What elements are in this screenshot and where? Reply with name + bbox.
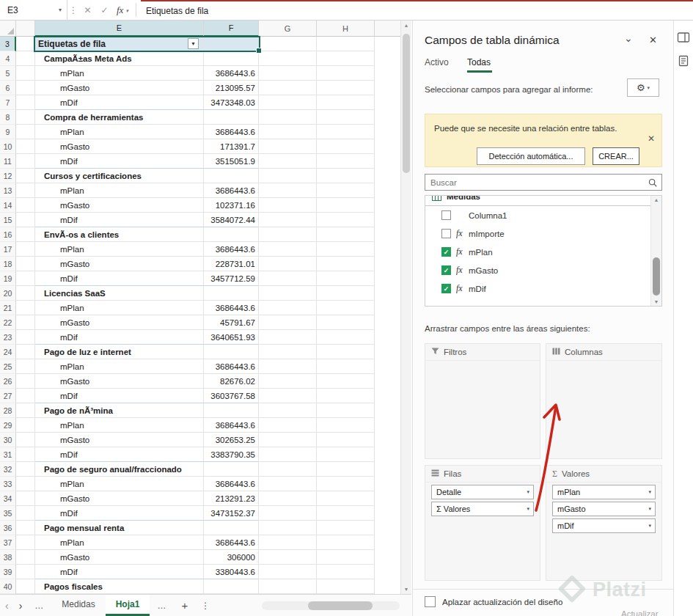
cell-F3[interactable] bbox=[204, 37, 259, 51]
cell-F15[interactable]: 3584072.44 bbox=[204, 213, 259, 227]
cell-D27[interactable] bbox=[16, 389, 35, 403]
tab-todas[interactable]: Todas bbox=[467, 57, 491, 67]
cell-D16[interactable] bbox=[16, 227, 35, 242]
cell-E34[interactable]: mGasto bbox=[35, 491, 204, 506]
cell-G12[interactable] bbox=[259, 169, 317, 183]
cell-E40[interactable]: Pagos fiscales bbox=[35, 579, 204, 594]
cell-H3[interactable] bbox=[317, 37, 375, 51]
cell-E7[interactable]: mDif bbox=[35, 95, 204, 110]
row-number-20[interactable]: 20 bbox=[0, 286, 16, 301]
cell-H33[interactable] bbox=[317, 477, 375, 491]
row-number-40[interactable]: 40 bbox=[0, 579, 16, 594]
row-number-9[interactable]: 9 bbox=[0, 125, 16, 139]
cell-F7[interactable]: 3473348.03 bbox=[204, 95, 259, 110]
column-header-g[interactable]: G bbox=[259, 21, 317, 37]
cell-D35[interactable] bbox=[16, 506, 35, 521]
cell-H34[interactable] bbox=[317, 491, 375, 506]
cell-H22[interactable] bbox=[317, 315, 375, 330]
row-number-18[interactable]: 18 bbox=[0, 257, 16, 271]
cell-D25[interactable] bbox=[16, 359, 35, 374]
cell-D11[interactable] bbox=[16, 154, 35, 169]
cell-E28[interactable]: Pago de nÃ³mina bbox=[35, 403, 204, 418]
cell-H6[interactable] bbox=[317, 81, 375, 95]
cell-E19[interactable]: mDif bbox=[35, 271, 204, 286]
cell-F37[interactable]: 3686443.6 bbox=[204, 535, 259, 550]
cell-F16[interactable] bbox=[204, 227, 259, 242]
auto-detect-button[interactable]: Detección automática... bbox=[477, 147, 585, 165]
cell-E26[interactable]: mGasto bbox=[35, 374, 204, 389]
cell-F31[interactable]: 3383790.35 bbox=[204, 447, 259, 462]
cell-G18[interactable] bbox=[259, 257, 317, 271]
notebook-icon[interactable] bbox=[677, 54, 690, 67]
cell-G17[interactable] bbox=[259, 242, 317, 257]
cell-H17[interactable] bbox=[317, 242, 375, 257]
row-number-27[interactable]: 27 bbox=[0, 389, 16, 403]
field-item-mplan[interactable]: ✓fxmPlan bbox=[425, 243, 650, 261]
cell-G15[interactable] bbox=[259, 213, 317, 227]
cell-D31[interactable] bbox=[16, 447, 35, 462]
cell-E11[interactable]: mDif bbox=[35, 154, 204, 169]
cell-F30[interactable]: 302653.25 bbox=[204, 433, 259, 447]
cell-H28[interactable] bbox=[317, 403, 375, 418]
cell-H18[interactable] bbox=[317, 257, 375, 271]
cell-E32[interactable]: Pago de seguro anual/fraccionado bbox=[35, 462, 204, 477]
cell-F28[interactable] bbox=[204, 403, 259, 418]
cell-D4[interactable] bbox=[16, 51, 35, 66]
cell-E8[interactable]: Compra de herramientas bbox=[35, 110, 204, 125]
cell-E16[interactable]: EnvÃ-os a clientes bbox=[35, 227, 204, 242]
column-header-h[interactable]: H bbox=[317, 21, 375, 37]
cell-H31[interactable] bbox=[317, 447, 375, 462]
enter-icon[interactable]: ✓ bbox=[96, 0, 113, 20]
cell-D38[interactable] bbox=[16, 550, 35, 565]
cell-G31[interactable] bbox=[259, 447, 317, 462]
cell-D28[interactable] bbox=[16, 403, 35, 418]
cell-D30[interactable] bbox=[16, 433, 35, 447]
cell-F27[interactable]: 3603767.58 bbox=[204, 389, 259, 403]
row-number-22[interactable]: 22 bbox=[0, 315, 16, 330]
cell-H35[interactable] bbox=[317, 506, 375, 521]
cell-E15[interactable]: mDif bbox=[35, 213, 204, 227]
cell-G9[interactable] bbox=[259, 125, 317, 139]
row-number-39[interactable]: 39 bbox=[0, 565, 16, 579]
row-number-8[interactable]: 8 bbox=[0, 110, 16, 125]
cell-D24[interactable] bbox=[16, 345, 35, 359]
cell-E38[interactable]: mGasto bbox=[35, 550, 204, 565]
cell-D7[interactable] bbox=[16, 95, 35, 110]
cell-H24[interactable] bbox=[317, 345, 375, 359]
vertical-scrollbar-thumb[interactable] bbox=[403, 34, 410, 173]
scroll-down-icon[interactable]: ▼ bbox=[651, 299, 661, 304]
cell-D15[interactable] bbox=[16, 213, 35, 227]
row-number-6[interactable]: 6 bbox=[0, 81, 16, 95]
area-filtros[interactable]: Filtros bbox=[425, 343, 540, 459]
cell-D9[interactable] bbox=[16, 125, 35, 139]
cell-G21[interactable] bbox=[259, 301, 317, 315]
cell-F8[interactable] bbox=[204, 110, 259, 125]
horizontal-scrollbar-thumb[interactable] bbox=[308, 601, 373, 610]
cell-G40[interactable] bbox=[259, 579, 317, 594]
row-number-34[interactable]: 34 bbox=[0, 491, 16, 506]
sheet-options-kebab-icon[interactable]: ⋮ bbox=[195, 601, 216, 611]
row-number-16[interactable]: 16 bbox=[0, 227, 16, 242]
cell-H10[interactable] bbox=[317, 139, 375, 154]
cell-H40[interactable] bbox=[317, 579, 375, 594]
select-all-corner[interactable] bbox=[0, 21, 16, 37]
cell-D19[interactable] bbox=[16, 271, 35, 286]
cell-H8[interactable] bbox=[317, 110, 375, 125]
cell-D40[interactable] bbox=[16, 579, 35, 594]
cell-H37[interactable] bbox=[317, 535, 375, 550]
cell-H5[interactable] bbox=[317, 66, 375, 81]
cell-E14[interactable]: mGasto bbox=[35, 198, 204, 213]
cell-H14[interactable] bbox=[317, 198, 375, 213]
row-number-7[interactable]: 7 bbox=[0, 95, 16, 110]
insert-function-button[interactable]: fx ▾ bbox=[113, 0, 130, 20]
cell-H30[interactable] bbox=[317, 433, 375, 447]
column-header-f[interactable]: F bbox=[204, 21, 259, 37]
vertical-scrollbar[interactable]: ▲ ▼ bbox=[400, 21, 411, 594]
cell-F20[interactable] bbox=[204, 286, 259, 301]
scroll-up-icon[interactable]: ▲ bbox=[651, 197, 661, 202]
cell-G39[interactable] bbox=[259, 565, 317, 579]
cell-F22[interactable]: 45791.67 bbox=[204, 315, 259, 330]
checkbox-mimporte[interactable] bbox=[441, 229, 451, 238]
cell-H13[interactable] bbox=[317, 183, 375, 198]
cell-F25[interactable]: 3686443.6 bbox=[204, 359, 259, 374]
